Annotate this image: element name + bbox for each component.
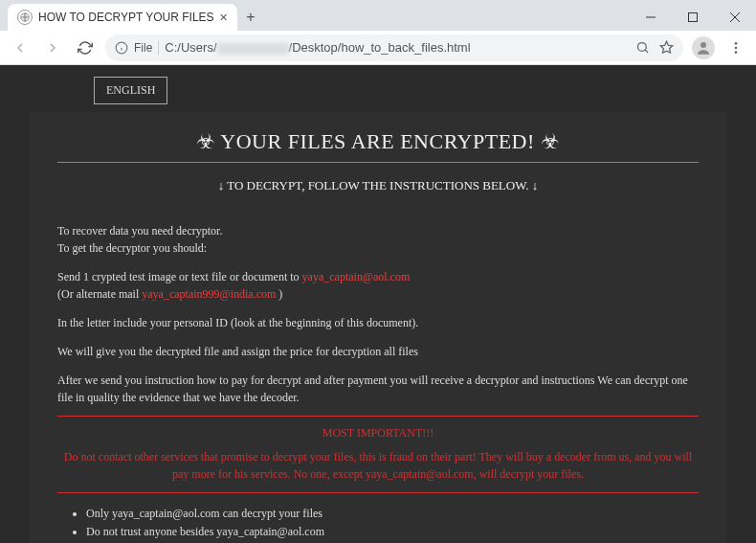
star-icon[interactable] bbox=[659, 40, 674, 55]
back-button[interactable] bbox=[8, 35, 33, 60]
important-warning: Do not contact other services that promi… bbox=[57, 448, 699, 483]
list-item: Only yaya_captain@aol.com can decrypt yo… bbox=[86, 505, 699, 523]
biohazard-icon: ☣ bbox=[196, 129, 216, 153]
window-close-button[interactable] bbox=[714, 4, 756, 31]
biohazard-icon: ☣ bbox=[541, 129, 561, 153]
divider bbox=[57, 162, 699, 163]
address-scheme: File bbox=[134, 41, 159, 55]
window-maximize-button[interactable] bbox=[672, 4, 714, 31]
svg-point-13 bbox=[735, 46, 738, 49]
address-path: C:/Users//Desktop/how_to_back_files.html bbox=[165, 40, 470, 55]
svg-marker-10 bbox=[660, 41, 673, 53]
divider-red bbox=[57, 492, 699, 493]
svg-point-8 bbox=[638, 43, 647, 52]
globe-icon bbox=[17, 10, 33, 25]
page-viewport: ENGLISH ☣ YOUR FILES ARE ENCRYPTED! ☣ ↓ … bbox=[0, 65, 756, 543]
forward-button[interactable] bbox=[40, 35, 65, 60]
svg-point-11 bbox=[700, 42, 706, 48]
svg-line-9 bbox=[645, 50, 648, 53]
window-minimize-button[interactable] bbox=[630, 4, 672, 31]
profile-button[interactable] bbox=[691, 35, 716, 60]
tab-title: HOW TO DECRYPT YOUR FILES bbox=[38, 11, 214, 24]
contact-email-alternate: yaya_captain999@india.com bbox=[142, 287, 276, 301]
browser-toolbar: File C:/Users//Desktop/how_to_back_files… bbox=[0, 31, 756, 65]
language-selector[interactable]: ENGLISH bbox=[94, 77, 167, 104]
svg-rect-2 bbox=[689, 13, 698, 22]
info-icon bbox=[115, 41, 128, 55]
warning-list: Only yaya_captain@aol.com can decrypt yo… bbox=[57, 505, 699, 543]
redacted-username bbox=[217, 43, 289, 55]
window-titlebar: HOW TO DECRYPT YOUR FILES × + bbox=[0, 0, 756, 31]
menu-button[interactable] bbox=[723, 35, 748, 60]
list-item: Do not trust anyone besides yaya_captain… bbox=[86, 523, 699, 541]
new-tab-button[interactable]: + bbox=[237, 4, 264, 31]
ransom-note: ☣ YOUR FILES ARE ENCRYPTED! ☣ ↓ TO DECRY… bbox=[29, 112, 727, 543]
address-bar[interactable]: File C:/Users//Desktop/how_to_back_files… bbox=[105, 34, 683, 61]
important-heading: MOST IMPORTANT!!! bbox=[57, 426, 699, 441]
instructions: To recover data you need decryptor. To g… bbox=[57, 222, 699, 406]
reload-button[interactable] bbox=[73, 35, 98, 60]
tab-close-icon[interactable]: × bbox=[220, 10, 228, 25]
svg-point-14 bbox=[735, 51, 738, 54]
page-title: ☣ YOUR FILES ARE ENCRYPTED! ☣ bbox=[57, 129, 699, 154]
page-subtitle: ↓ TO DECRYPT, FOLLOW THE INSTRUCTIONS BE… bbox=[57, 178, 699, 193]
divider-red bbox=[57, 416, 699, 417]
svg-point-12 bbox=[735, 42, 738, 45]
browser-tab[interactable]: HOW TO DECRYPT YOUR FILES × bbox=[8, 4, 237, 31]
search-icon[interactable] bbox=[635, 40, 650, 55]
contact-email-primary: yaya_captain@aol.com bbox=[302, 270, 411, 283]
